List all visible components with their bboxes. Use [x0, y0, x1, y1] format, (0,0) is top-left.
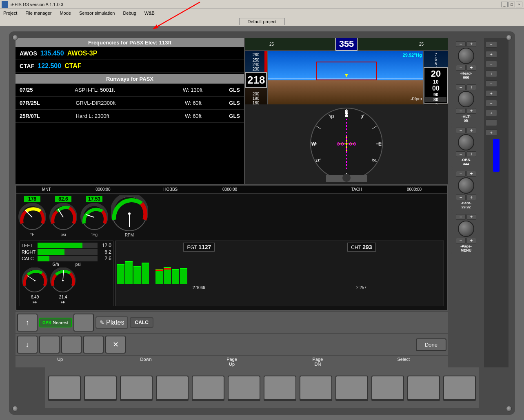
egt-label: EGT	[187, 245, 197, 250]
key-11[interactable]	[407, 376, 440, 400]
menu-file-manager[interactable]: File manager	[24, 11, 53, 15]
head-pm-top[interactable]: − +	[456, 41, 476, 47]
empty-btn-3[interactable]	[61, 336, 82, 354]
page-pm-bot[interactable]: − +	[456, 238, 476, 243]
alt-minus-top[interactable]: −	[456, 84, 466, 90]
scroll-minus-3[interactable]: −	[486, 80, 497, 87]
scroll-minus-4[interactable]: −	[486, 100, 497, 106]
obs-knob[interactable]	[458, 134, 474, 150]
screw-br	[506, 406, 512, 411]
close-window-btn[interactable]: ×	[516, 2, 522, 7]
scroll-minus-2[interactable]: −	[486, 61, 497, 67]
key-1[interactable]	[48, 376, 81, 400]
egt-badge: EGT 1127	[183, 243, 215, 252]
cht-bars	[155, 253, 187, 284]
key-3[interactable]	[120, 376, 153, 400]
key-7[interactable]	[264, 376, 296, 400]
key-5[interactable]	[192, 376, 224, 400]
maximize-btn[interactable]: □	[508, 2, 515, 7]
minimize-btn[interactable]: _	[501, 2, 508, 7]
up-arrow-btn[interactable]: ↑	[17, 314, 38, 332]
obs-minus-bot[interactable]: −	[456, 151, 466, 157]
cht-bar-3	[172, 269, 179, 284]
head-pm-bot[interactable]: − +	[456, 65, 476, 71]
scroll-minus-5[interactable]: −	[486, 119, 497, 126]
obs-plus-top[interactable]: +	[466, 128, 476, 133]
scroll-plus-1[interactable]: +	[486, 51, 497, 57]
menu-mode[interactable]: Mode	[58, 11, 73, 15]
head-plus-top[interactable]: +	[466, 41, 476, 47]
key-8[interactable]	[300, 376, 332, 400]
page-knob[interactable]	[458, 221, 474, 237]
key-9[interactable]	[335, 376, 368, 400]
page-plus-top[interactable]: +	[466, 214, 476, 220]
runway-width-2: W: 60ft	[185, 113, 202, 119]
key-2[interactable]	[84, 376, 117, 400]
counter-1: 2:257	[356, 285, 366, 290]
fp-gauge-svg	[50, 267, 76, 294]
menu-debug[interactable]: Debug	[121, 11, 138, 15]
title-bar-controls[interactable]: _ □ ×	[501, 2, 522, 7]
mp-unit: "Hg	[91, 232, 98, 237]
scroll-plus-3[interactable]: +	[486, 90, 497, 97]
baro-minus-top[interactable]: −	[456, 171, 466, 177]
key-12[interactable]	[443, 376, 476, 400]
baro-pm-top[interactable]: − +	[456, 171, 476, 177]
key-4[interactable]	[156, 376, 189, 400]
runways-header: Runways for PASX	[16, 74, 244, 84]
alt-plus-top[interactable]: +	[466, 84, 476, 90]
freq-awos-label: AWOS	[20, 50, 37, 57]
page-minus-bot[interactable]: −	[456, 238, 466, 243]
empty-btn-1[interactable]	[73, 314, 94, 332]
obs-pm-bot[interactable]: − +	[456, 151, 476, 157]
menu-wb[interactable]: W&B	[143, 11, 156, 15]
engine-counters: 2:1066 2:257	[117, 285, 442, 290]
baro-pm-bot[interactable]: − +	[456, 195, 476, 200]
page-pm-top[interactable]: − +	[456, 214, 476, 220]
scroll-plus-4[interactable]: +	[486, 110, 497, 116]
obs-pm-top[interactable]: − +	[456, 128, 476, 133]
plates-btn[interactable]: ✎ Plates	[95, 316, 128, 329]
baro-plus-top[interactable]: +	[466, 171, 476, 177]
airport-panel: Frequencies for PASX Elev: 113ft AWOS 13…	[16, 38, 244, 184]
runway-gls-0: GLS	[229, 87, 240, 93]
baro-minus-bot[interactable]: −	[456, 195, 466, 200]
obs-plus-bot[interactable]: +	[466, 151, 476, 157]
empty-btn-4[interactable]	[83, 336, 104, 354]
scroll-plus-5[interactable]: +	[486, 129, 497, 136]
cht-label: CHT	[351, 245, 361, 250]
done-button[interactable]: Done	[416, 338, 446, 351]
egt-value: 1127	[198, 244, 211, 250]
runway-row-2: 25R/07L Hard L: 2300ft W: 60ft GLS	[16, 110, 244, 123]
key-6[interactable]	[228, 376, 260, 400]
scroll-plus-2[interactable]: +	[486, 71, 497, 77]
scroll-indicator	[493, 139, 500, 172]
page-minus-top[interactable]: −	[456, 214, 466, 220]
menu-sensor-sim[interactable]: Sensor simulation	[78, 11, 116, 15]
alt-pm-bot[interactable]: − +	[456, 108, 476, 114]
baro-plus-bot[interactable]: +	[466, 195, 476, 200]
project-tab[interactable]: Default project	[239, 18, 285, 25]
key-10[interactable]	[371, 376, 404, 400]
baro-knob[interactable]	[458, 177, 474, 194]
scroll-minus-1[interactable]: −	[486, 41, 497, 48]
page-plus-bot[interactable]: +	[466, 238, 476, 243]
nearest-btn[interactable]: GPS Nearest	[39, 318, 72, 327]
head-knob[interactable]	[458, 48, 474, 64]
fp-value: 21.4	[59, 295, 67, 299]
head-minus-bot[interactable]: −	[456, 65, 466, 71]
obs-minus-top[interactable]: −	[456, 128, 466, 133]
op-gauge: 82.6 psi	[49, 196, 78, 237]
menu-project[interactable]: Project	[2, 11, 19, 15]
speed-tape-240: 240	[253, 62, 260, 67]
alt-plus-bot[interactable]: +	[466, 108, 476, 114]
close-btn[interactable]: ✕	[105, 336, 126, 354]
head-minus-top[interactable]: −	[456, 41, 466, 47]
head-plus-bot[interactable]: +	[466, 65, 476, 71]
alt-minus-bot[interactable]: −	[456, 108, 466, 114]
alt-knob[interactable]	[458, 91, 474, 107]
empty-btn-2[interactable]	[39, 336, 60, 354]
down-arrow-btn[interactable]: ↓	[17, 336, 38, 354]
alt-pm-top[interactable]: − +	[456, 84, 476, 90]
svg-text:33: 33	[330, 115, 334, 119]
